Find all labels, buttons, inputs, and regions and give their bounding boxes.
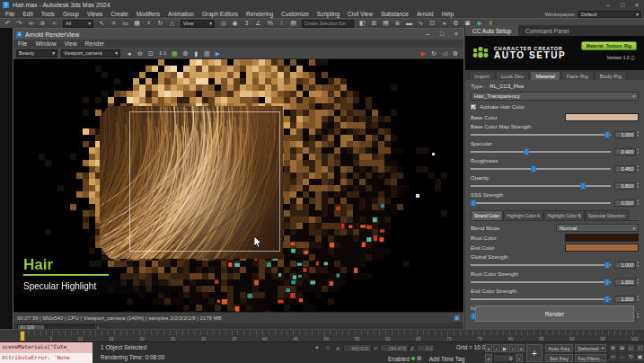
go-to-start-button[interactable]: «: [485, 344, 492, 352]
menu-item[interactable]: Animation: [168, 11, 194, 17]
slider-track[interactable]: [471, 264, 611, 266]
slider-value-field[interactable]: 1.000: [614, 279, 636, 286]
slider-handle[interactable]: [580, 182, 585, 190]
angle-snap-icon[interactable]: ∠: [252, 19, 264, 28]
tab-look-dev[interactable]: Look Dev: [496, 71, 529, 80]
snapshot-icon[interactable]: ●: [124, 49, 135, 58]
reference-coordinate-dropdown[interactable]: View▾: [181, 20, 215, 28]
renderview-close-button[interactable]: ×: [449, 29, 463, 40]
align-icon[interactable]: ⊞: [368, 19, 380, 28]
render-settings-button[interactable]: ⚙: [450, 49, 461, 58]
menu-item[interactable]: Window: [35, 40, 56, 47]
select-by-name-icon[interactable]: ≡: [108, 19, 119, 28]
select-and-manipulate-icon[interactable]: ◉: [229, 19, 241, 28]
camera-dropdown[interactable]: Viewport_camera ▾: [61, 49, 120, 58]
x-coordinate-field[interactable]: 465.625: [343, 344, 372, 352]
previous-key-button[interactable]: «: [485, 354, 492, 362]
render-button[interactable]: Render: [475, 305, 634, 322]
rectangular-selection-region-icon[interactable]: ▭: [119, 19, 131, 28]
undo-icon[interactable]: ↶: [2, 19, 13, 28]
tab-material[interactable]: Material: [530, 71, 560, 80]
next-key-button[interactable]: ›: [516, 354, 523, 362]
tab-import[interactable]: Import: [469, 71, 495, 80]
slider-track[interactable]: [471, 281, 611, 283]
end-color-swatch[interactable]: [565, 243, 639, 252]
slider-value-field[interactable]: 0.800: [614, 182, 636, 190]
slider-value-field[interactable]: 0.400: [614, 148, 636, 155]
toggle-layer-explorer-icon[interactable]: ≣: [392, 19, 403, 28]
slider-handle[interactable]: [525, 148, 529, 155]
tab-cc-auto-setup[interactable]: CC Auto Setup: [465, 25, 518, 36]
blend-mode-dropdown[interactable]: Normal ▾: [556, 224, 639, 232]
tab-specular-direction[interactable]: Specular Direction: [585, 210, 629, 220]
spinner-stepper[interactable]: ▴▾: [637, 313, 639, 319]
go-to-end-button[interactable]: »: [517, 344, 525, 352]
menu-item[interactable]: Help: [442, 11, 454, 17]
renderview-titlebar[interactable]: A Arnold RenderView – □ ×: [13, 29, 463, 40]
y-coordinate-field[interactable]: -284.878: [380, 344, 409, 352]
menu-item[interactable]: Arnold: [417, 11, 434, 17]
spinner-stepper[interactable]: ▴▾: [637, 261, 639, 268]
menu-item[interactable]: File: [18, 40, 27, 47]
select-link-icon[interactable]: ∞: [25, 19, 37, 28]
timeline-trackbar[interactable]: 0510152025303540455055606570758085909510…: [0, 329, 644, 341]
menu-item[interactable]: Modifiers: [137, 11, 160, 17]
select-object-icon[interactable]: ↖: [96, 19, 108, 28]
timeline-playhead[interactable]: [20, 331, 25, 341]
render-setup-icon[interactable]: ⚙: [450, 19, 462, 28]
tab-body-rig[interactable]: Body Rig: [595, 71, 627, 80]
menu-item[interactable]: View: [65, 40, 77, 47]
base-color-swatch[interactable]: [565, 113, 639, 121]
menu-item[interactable]: Scripting: [317, 11, 340, 17]
gamma-icon[interactable]: ⚙: [180, 49, 190, 58]
slider-track[interactable]: [471, 298, 611, 300]
zoom-extents-icon[interactable]: ◱: [627, 344, 635, 352]
toggle-scene-explorer-icon[interactable]: ▤: [380, 19, 392, 28]
slider-track[interactable]: [471, 134, 611, 136]
slider-track[interactable]: [471, 202, 611, 204]
script-error-line[interactable]: AttributeError: 'None: [0, 353, 93, 363]
edit-named-selection-sets-icon[interactable]: ▤: [287, 19, 299, 28]
slider-value-field[interactable]: 1.000: [614, 261, 636, 269]
display-gamma-icon[interactable]: ▥: [201, 49, 212, 58]
select-and-scale-icon[interactable]: △: [166, 19, 178, 28]
slider-handle[interactable]: [604, 131, 609, 138]
tab-highlight-color-b[interactable]: Highlight Color B: [543, 210, 585, 220]
slider-track[interactable]: [471, 185, 611, 187]
unlink-selection-icon[interactable]: ⊘: [37, 19, 49, 28]
spinner-stepper[interactable]: ▴▾: [637, 131, 639, 137]
menu-item[interactable]: Create: [110, 11, 128, 17]
toggle-ribbon-icon[interactable]: ▬: [403, 19, 415, 28]
exposure-toggle-icon[interactable]: ▮: [190, 49, 201, 58]
renderview-minimize-button[interactable]: –: [420, 29, 435, 40]
snap-toggle-3d-icon[interactable]: 3: [241, 19, 252, 28]
info-icon[interactable]: ⓘ: [631, 55, 635, 60]
isolate-selected-icon[interactable]: ⊖: [135, 49, 146, 58]
slider-handle[interactable]: [604, 261, 609, 269]
maximize-viewport-toggle-icon[interactable]: ▣: [636, 353, 644, 361]
spinner-stepper[interactable]: ▴▾: [637, 279, 639, 285]
material-editor-icon[interactable]: ●: [438, 19, 450, 28]
spinner-stepper[interactable]: ▴▾: [637, 165, 639, 172]
display-channels-icon[interactable]: ▦: [169, 49, 180, 58]
spinner-stepper[interactable]: ▴▾: [637, 296, 639, 302]
close-button[interactable]: ×: [630, 0, 644, 10]
region-render-icon[interactable]: ⊡: [146, 49, 156, 58]
slider-handle[interactable]: [472, 199, 476, 207]
redo-icon[interactable]: ↷: [13, 19, 25, 28]
percent-snap-icon[interactable]: %: [264, 19, 276, 28]
slider-handle[interactable]: [532, 165, 536, 173]
maximize-button[interactable]: □: [615, 0, 630, 10]
absolute-mode-toggle-icon[interactable]: ⌖: [313, 344, 322, 351]
menu-item[interactable]: Tools: [41, 11, 55, 17]
zoom-icon[interactable]: ⊕: [609, 344, 617, 352]
previous-frame-button[interactable]: ‹: [493, 344, 500, 352]
spinner-stepper[interactable]: ▴▾: [637, 182, 639, 189]
zoom-extents-all-icon[interactable]: ◰: [636, 344, 644, 352]
use-pivot-point-icon[interactable]: ◎: [217, 19, 229, 28]
menu-item[interactable]: Civil View: [348, 11, 373, 17]
render-viewport[interactable]: Hair Specular Highlight: [13, 59, 463, 312]
bind-to-space-warp-icon[interactable]: ≈: [49, 19, 60, 28]
select-and-rotate-icon[interactable]: ↻: [154, 19, 166, 28]
activate-hair-color-checkbox[interactable]: ✓: [471, 104, 476, 110]
